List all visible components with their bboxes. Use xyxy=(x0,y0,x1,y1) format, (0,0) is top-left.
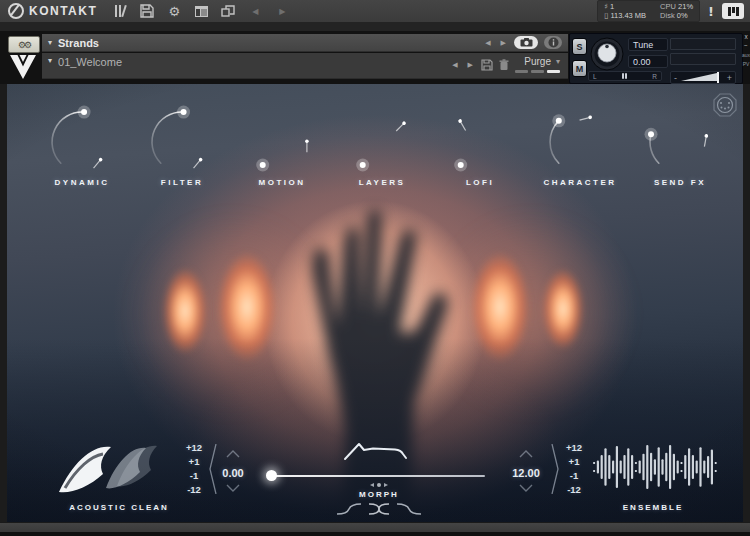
snapshot-prev-icon[interactable]: ◀ xyxy=(450,61,459,69)
pan-slider[interactable]: L R xyxy=(588,71,662,81)
morph-slider-handle[interactable] xyxy=(266,470,277,481)
source-b-value[interactable]: 12.00 xyxy=(504,467,548,479)
cpu-label: CPU xyxy=(660,2,676,11)
pan-handle[interactable] xyxy=(622,73,628,79)
tune-knob[interactable] xyxy=(590,37,624,71)
transpose-b-plus1[interactable]: +1 xyxy=(559,455,589,469)
multi-next-icon[interactable]: ▶ xyxy=(499,39,508,47)
morph-left-arrow-icon xyxy=(370,483,374,487)
knob-character[interactable] xyxy=(540,98,620,178)
volume-plus[interactable]: + xyxy=(727,73,732,83)
instrument-header-zone: ⚙⚙ ▾ Strands ◀ ▶ xyxy=(0,31,750,84)
knob-lofi[interactable] xyxy=(440,98,520,178)
multi-header-row[interactable]: ▾ Strands ◀ ▶ xyxy=(42,34,568,52)
cpu-value: 21% xyxy=(678,2,693,11)
aux-toggle[interactable]: aux xyxy=(742,51,750,59)
memory-value: 113.43 MB xyxy=(610,11,646,20)
back-arrow-icon[interactable]: ◀ xyxy=(246,3,264,19)
kontakt-window: KONTAKT ⚙ ◀ ▶ ♯ 1 CPU 21% ▯ 113.43 MB Di… xyxy=(0,0,750,536)
transpose-a-minus1[interactable]: -1 xyxy=(179,469,209,483)
knob-filter-dial[interactable] xyxy=(142,98,222,178)
knob-lofi-sparkle-icon xyxy=(458,119,468,132)
save-snapshot-icon[interactable] xyxy=(481,59,493,71)
source-b-name[interactable]: ENSEMBLE xyxy=(603,503,703,512)
knob-layers-label: LAYERS xyxy=(327,178,437,187)
tune-value-box[interactable]: 0.00 xyxy=(628,55,668,68)
pan-right-label: R xyxy=(652,73,657,80)
mute-button[interactable]: M xyxy=(572,60,587,77)
morph-curve-icons[interactable] xyxy=(335,502,423,516)
knob-motion[interactable] xyxy=(242,98,322,178)
knob-character-dial[interactable] xyxy=(540,98,620,178)
source-a-value-up-icon[interactable] xyxy=(226,450,240,458)
knob-dynamic-dial[interactable] xyxy=(42,98,122,178)
disk-value: 0% xyxy=(677,11,688,20)
system-stats: ♯ 1 CPU 21% ▯ 113.43 MB Disk 0% xyxy=(597,0,700,22)
alert-exclamation-icon[interactable]: ! xyxy=(708,4,714,19)
transpose-b-minus1[interactable]: -1 xyxy=(559,469,589,483)
settings-gear-icon[interactable]: ⚙ xyxy=(165,3,183,19)
knob-send-fx[interactable] xyxy=(640,98,720,178)
snapshot-next-icon[interactable]: ▶ xyxy=(466,61,475,69)
instrument-window-controls: x − aux PV xyxy=(742,33,750,83)
solo-button[interactable]: S xyxy=(572,38,587,55)
acoustic-clean-logo[interactable] xyxy=(55,440,161,498)
tune-label-box: Tune xyxy=(628,38,668,51)
morph-center-indicator xyxy=(359,483,399,487)
multi-collapse-caret[interactable]: ▾ xyxy=(48,38,52,47)
source-b-value-down-icon[interactable] xyxy=(519,484,533,492)
knob-motion-dial[interactable] xyxy=(242,98,322,178)
knob-motion-sparkle-icon xyxy=(305,139,309,152)
transpose-a-plus12[interactable]: +12 xyxy=(179,441,209,455)
knob-filter[interactable] xyxy=(142,98,222,178)
transpose-a-minus12[interactable]: -12 xyxy=(179,483,209,497)
trash-icon[interactable] xyxy=(499,59,509,71)
library-icon[interactable] xyxy=(111,3,129,19)
envelope-shape-icon[interactable] xyxy=(343,441,413,461)
source-b-value-up-icon[interactable] xyxy=(519,450,533,458)
close-instrument-button[interactable]: x xyxy=(744,33,747,41)
minimize-instrument-button[interactable]: − xyxy=(744,42,748,50)
transpose-b-minus12[interactable]: -12 xyxy=(559,483,589,497)
multi-title: Strands xyxy=(58,37,99,49)
forward-arrow-icon[interactable]: ▶ xyxy=(273,3,291,19)
snapshot-camera-button[interactable] xyxy=(514,36,538,49)
knob-layers-dial[interactable] xyxy=(342,98,422,178)
morph-slider-track[interactable] xyxy=(271,475,485,477)
ensemble-waveform-icon[interactable] xyxy=(591,442,717,492)
ni-logo[interactable] xyxy=(722,3,744,19)
volume-minus[interactable]: - xyxy=(674,73,677,83)
performance-view-toggle[interactable]: PV xyxy=(743,60,750,68)
instrument-header-row[interactable]: ▾ 01_Welcome ◀ ▶ Purge ▾ xyxy=(42,53,568,79)
camera-icon xyxy=(520,38,533,47)
purge-dropdown[interactable]: Purge ▾ xyxy=(524,56,560,67)
knob-character-label: CHARACTER xyxy=(525,178,635,187)
workspace-layout-icon[interactable] xyxy=(192,3,210,19)
source-a-value-down-icon[interactable] xyxy=(226,484,240,492)
kontakt-toolbar: KONTAKT ⚙ ◀ ▶ ♯ 1 CPU 21% ▯ 113.43 MB Di… xyxy=(0,0,750,23)
transpose-a-plus1[interactable]: +1 xyxy=(179,455,209,469)
knob-lofi-dial[interactable] xyxy=(440,98,520,178)
save-icon[interactable] xyxy=(138,3,156,19)
knob-layers[interactable] xyxy=(342,98,422,178)
instrument-output-panel: S M Tune 0.00 L R - + xyxy=(569,33,743,84)
volume-handle[interactable] xyxy=(717,72,719,83)
multi-prev-icon[interactable]: ◀ xyxy=(483,39,492,47)
knob-motion-label: MOTION xyxy=(227,178,337,187)
info-button[interactable] xyxy=(544,36,562,49)
detach-window-icon[interactable] xyxy=(219,3,237,19)
knob-send-fx-dial[interactable] xyxy=(640,98,720,178)
transpose-b-plus12[interactable]: +12 xyxy=(559,441,589,455)
knob-filter-label: FILTER xyxy=(127,178,237,187)
instrument-name: 01_Welcome xyxy=(58,56,122,68)
volume-slider[interactable]: - + xyxy=(670,71,736,84)
nks-gears-button[interactable]: ⚙⚙ xyxy=(8,36,40,53)
strands-v-logo xyxy=(9,54,37,80)
midi-din-icon[interactable] xyxy=(712,92,738,118)
morph-right-arrow-icon xyxy=(384,483,388,487)
knob-dynamic[interactable] xyxy=(42,98,122,178)
knob-lofi-label: LOFI xyxy=(425,178,535,187)
source-a-name[interactable]: ACOUSTIC CLEAN xyxy=(55,503,183,512)
instrument-collapse-caret[interactable]: ▾ xyxy=(48,56,52,65)
source-a-value[interactable]: 0.00 xyxy=(213,467,253,479)
